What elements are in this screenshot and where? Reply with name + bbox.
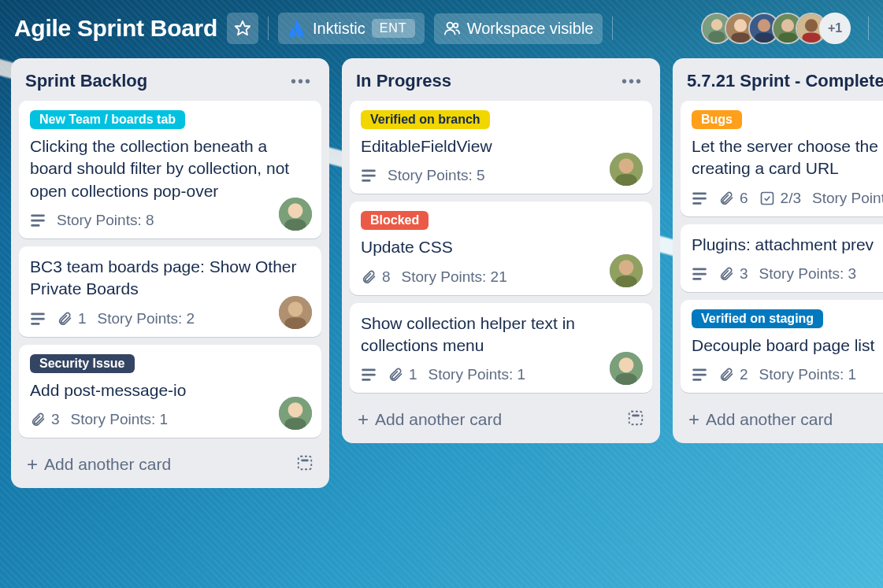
- list-header: 5.7.21 Sprint - Complete: [681, 68, 883, 93]
- card-template-icon[interactable]: [627, 409, 644, 431]
- svg-rect-20: [31, 224, 39, 227]
- svg-rect-17: [802, 32, 820, 43]
- svg-point-10: [758, 19, 770, 31]
- member-avatars: +1: [709, 13, 851, 44]
- board-title[interactable]: Agile Sprint Board: [14, 15, 217, 42]
- divider: [612, 17, 613, 40]
- attachments-badge: 2: [718, 366, 748, 383]
- card-title: EditableFieldView: [361, 135, 641, 157]
- attachments-badge: 8: [361, 268, 391, 286]
- card-title: Decouple board page list: [692, 335, 883, 357]
- svg-point-42: [619, 260, 634, 275]
- svg-rect-56: [692, 268, 707, 271]
- svg-rect-57: [692, 273, 707, 276]
- svg-rect-51: [632, 414, 639, 416]
- card-badges: 62/3Story Points:: [692, 190, 883, 207]
- story-points-badge: Story Points: 1: [759, 366, 857, 383]
- story-points-badge: Story Points: 5: [388, 167, 485, 184]
- list-title[interactable]: 5.7.21 Sprint - Complete: [687, 71, 883, 91]
- card[interactable]: BlockedUpdate CSS8Story Points: 21: [350, 202, 652, 294]
- list-title[interactable]: In Progress: [356, 71, 451, 91]
- visibility-label: Workspace visible: [467, 20, 594, 38]
- svg-rect-18: [31, 215, 45, 217]
- card[interactable]: Verified on stagingDecouple board page l…: [681, 300, 883, 393]
- list-title[interactable]: Sprint Backlog: [25, 71, 147, 91]
- svg-point-16: [805, 19, 818, 31]
- visibility-button[interactable]: Workspace visible: [434, 13, 603, 44]
- card-label: New Team / boards tab: [30, 110, 185, 129]
- description-icon: [692, 367, 707, 383]
- svg-rect-60: [692, 374, 707, 376]
- list: 5.7.21 Sprint - CompleteBugsLet the serv…: [673, 58, 883, 443]
- list-menu-button[interactable]: •••: [288, 72, 315, 91]
- story-points-badge: Story Points: 3: [759, 265, 857, 283]
- workspace-button[interactable]: Inktistic ENT: [278, 13, 425, 44]
- attachments-badge: 3: [718, 265, 748, 283]
- story-points-badge: Story Points:: [812, 190, 883, 207]
- svg-point-2: [453, 24, 458, 28]
- attachments-badge: 1: [388, 366, 417, 383]
- svg-rect-50: [629, 412, 643, 425]
- card[interactable]: Security IssueAdd post-message-io3Story …: [19, 345, 321, 438]
- card-label: Verified on branch: [361, 110, 490, 129]
- divider: [268, 17, 269, 40]
- svg-rect-34: [301, 459, 308, 461]
- add-card-button[interactable]: +Add another card: [19, 446, 321, 480]
- card-title: Show collection helper text in collectio…: [361, 312, 641, 357]
- list-header: In Progress•••: [350, 68, 652, 93]
- svg-rect-53: [692, 197, 707, 199]
- story-points-badge: Story Points: 8: [57, 212, 154, 229]
- list: Sprint Backlog•••New Team / boards tabCl…: [11, 58, 329, 488]
- card[interactable]: Verified on branchEditableFieldViewStory…: [350, 101, 652, 194]
- svg-rect-11: [755, 32, 773, 43]
- list: In Progress•••Verified on branchEditable…: [342, 58, 660, 443]
- card[interactable]: BC3 team boards page: Show Other Private…: [19, 246, 321, 337]
- card-member-avatar[interactable]: [610, 254, 643, 287]
- description-icon: [30, 213, 46, 228]
- star-board-button[interactable]: [227, 13, 258, 44]
- plus-icon: +: [358, 409, 369, 431]
- svg-point-22: [288, 203, 303, 218]
- card-title: Let the server choose the name when crea…: [692, 135, 883, 180]
- card-member-avatar[interactable]: [279, 198, 312, 231]
- svg-rect-59: [692, 369, 707, 372]
- attachments-badge: 3: [30, 411, 60, 428]
- card[interactable]: Show collection helper text in collectio…: [350, 303, 652, 394]
- description-icon: [361, 367, 377, 383]
- star-icon: [234, 20, 251, 37]
- card-member-avatar[interactable]: [279, 296, 312, 329]
- card-title: Clicking the collection beneath a board …: [30, 135, 310, 202]
- svg-rect-14: [778, 32, 796, 43]
- board-canvas[interactable]: Sprint Backlog•••New Team / boards tabCl…: [0, 55, 883, 504]
- story-points-badge: Story Points: 2: [98, 310, 195, 327]
- card-title: BC3 team boards page: Show Other Private…: [30, 256, 310, 301]
- list-menu-button[interactable]: •••: [618, 72, 646, 91]
- add-card-button[interactable]: +Add another card: [350, 401, 652, 435]
- workspace-tier-badge: ENT: [372, 19, 415, 38]
- card-label: Security Issue: [30, 354, 135, 373]
- card[interactable]: Plugins: attachment prev3Story Points: 3: [681, 224, 883, 292]
- svg-rect-45: [362, 374, 376, 376]
- plus-icon: +: [688, 409, 699, 431]
- svg-point-1: [447, 23, 452, 28]
- card-member-avatar[interactable]: [279, 397, 312, 430]
- svg-point-31: [288, 402, 303, 417]
- svg-rect-61: [692, 379, 701, 381]
- card-label: Bugs: [692, 110, 742, 129]
- add-card-button[interactable]: +Add another card: [681, 401, 883, 435]
- svg-rect-52: [692, 192, 707, 194]
- card[interactable]: New Team / boards tabClicking the collec…: [19, 101, 321, 239]
- card-badges: Story Points: 8: [30, 212, 310, 229]
- svg-rect-26: [31, 323, 39, 325]
- card-badges: 2Story Points: 1: [692, 366, 883, 383]
- svg-point-4: [711, 19, 722, 30]
- card[interactable]: BugsLet the server choose the name when …: [681, 101, 883, 216]
- card-badges: 1Story Points: 1: [361, 366, 641, 383]
- list-header: Sprint Backlog•••: [19, 68, 321, 93]
- svg-rect-5: [708, 31, 725, 43]
- divider: [868, 17, 869, 40]
- member-overflow-button[interactable]: +1: [819, 13, 851, 44]
- plus-icon: +: [27, 453, 38, 475]
- story-points-badge: Story Points: 1: [71, 411, 169, 428]
- card-template-icon[interactable]: [296, 454, 314, 475]
